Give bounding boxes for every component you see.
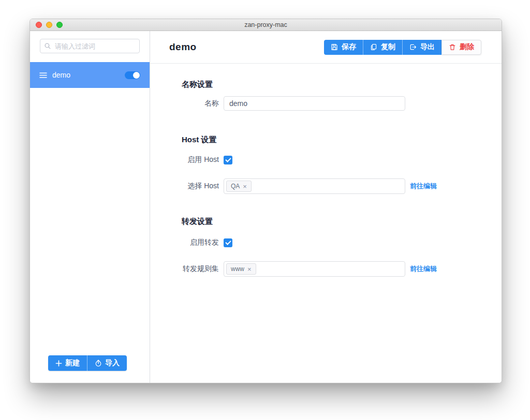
- main-panel: demo 保存: [150, 31, 502, 383]
- forward-ruleset-select[interactable]: www ×: [224, 261, 405, 277]
- section-heading-forward: 转发设置: [182, 217, 502, 226]
- save-button-label: 保存: [342, 42, 356, 52]
- trash-icon: [449, 43, 456, 51]
- window-title: zan-proxy-mac: [244, 21, 287, 28]
- forward-tag: www ×: [226, 263, 256, 275]
- save-icon: [331, 43, 338, 51]
- enable-host-checkbox[interactable]: [224, 156, 232, 164]
- name-row: 名称: [182, 96, 502, 111]
- new-button-label: 新建: [65, 358, 80, 368]
- tag-close-icon[interactable]: ×: [247, 266, 252, 273]
- forward-ruleset-row: 转发规则集 www × 前往编辑: [182, 261, 502, 277]
- select-host-row: 选择 Host QA × 前往编辑: [182, 178, 502, 194]
- upload-icon: [95, 359, 102, 367]
- plus-icon: [55, 360, 62, 367]
- host-tag: QA ×: [226, 181, 252, 192]
- titlebar[interactable]: zan-proxy-mac: [30, 19, 502, 31]
- delete-button[interactable]: 删除: [441, 40, 481, 55]
- forward-ruleset-label: 转发规则集: [182, 264, 219, 274]
- search-input[interactable]: [40, 39, 140, 53]
- enable-forward-row: 启用转发: [182, 238, 502, 247]
- export-icon: [409, 43, 417, 51]
- section-heading-name: 名称设置: [182, 80, 502, 88]
- page-title: demo: [169, 41, 197, 53]
- forward-tag-label: www: [231, 265, 244, 273]
- sidebar-actions: 新建 导入: [48, 355, 127, 371]
- toolbar: 保存 复制: [324, 40, 481, 55]
- copy-button[interactable]: 复制: [363, 40, 402, 55]
- select-host-label: 选择 Host: [182, 182, 219, 191]
- sidebar-item-label: demo: [52, 71, 70, 79]
- section-heading-host: Host 设置: [182, 136, 502, 144]
- import-button-label: 导入: [105, 358, 120, 368]
- export-button-label: 导出: [420, 42, 435, 52]
- toggle-knob: [133, 72, 140, 79]
- sidebar: demo 新建: [30, 31, 150, 383]
- copy-icon: [370, 43, 377, 51]
- search-icon: [44, 42, 51, 50]
- minimize-window-button[interactable]: [46, 22, 52, 28]
- enable-host-label: 启用 Host: [182, 155, 219, 164]
- edit-host-link[interactable]: 前往编辑: [410, 182, 437, 191]
- settings-form: 名称设置 名称 Host 设置 启用 Host 选择 Host QA: [150, 64, 502, 277]
- import-button[interactable]: 导入: [87, 355, 127, 371]
- edit-forward-link[interactable]: 前往编辑: [410, 264, 437, 274]
- name-input[interactable]: [224, 96, 405, 111]
- tag-close-icon[interactable]: ×: [243, 183, 247, 190]
- save-button[interactable]: 保存: [324, 40, 363, 55]
- search-field: [40, 39, 140, 53]
- sidebar-item-demo[interactable]: demo: [30, 62, 150, 88]
- app-window: zan-proxy-mac demo: [30, 19, 502, 383]
- host-select[interactable]: QA ×: [224, 178, 405, 194]
- new-button[interactable]: 新建: [48, 355, 87, 371]
- host-tag-label: QA: [231, 183, 240, 190]
- zoom-window-button[interactable]: [56, 22, 63, 28]
- enable-forward-label: 启用转发: [182, 238, 219, 247]
- enable-forward-checkbox[interactable]: [224, 238, 232, 247]
- copy-button-label: 复制: [381, 42, 395, 52]
- delete-button-label: 删除: [460, 42, 474, 52]
- hamburger-icon: [39, 72, 47, 78]
- enable-host-row: 启用 Host: [182, 155, 502, 164]
- traffic-lights: [36, 22, 63, 28]
- main-header: demo 保存: [150, 31, 502, 64]
- name-label: 名称: [182, 99, 219, 108]
- profile-enabled-toggle[interactable]: [125, 71, 140, 79]
- close-window-button[interactable]: [36, 22, 42, 28]
- export-button[interactable]: 导出: [402, 40, 441, 55]
